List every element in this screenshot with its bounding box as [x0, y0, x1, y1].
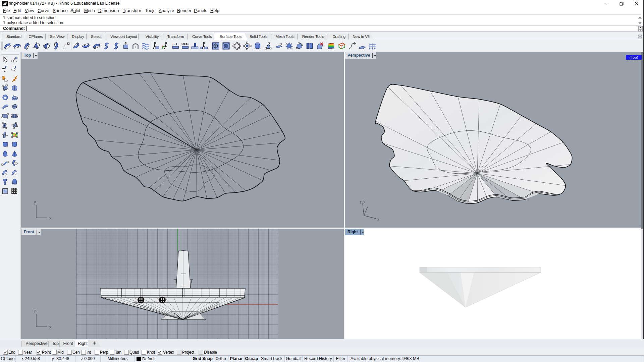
svg-text:FIT: FIT	[172, 42, 177, 46]
svg-text:x: x	[49, 216, 51, 221]
svg-text:DEG: DEG	[181, 42, 189, 46]
svg-text:2: 2	[15, 172, 16, 176]
svg-text:y: y	[363, 199, 365, 203]
svg-text:x: x	[377, 217, 379, 221]
svg-text:1: 1	[5, 172, 7, 176]
svg-text:z: z	[34, 309, 36, 313]
svg-text:z: z	[360, 200, 362, 204]
svg-text:y: y	[34, 200, 36, 204]
svg-text:x: x	[49, 325, 51, 329]
